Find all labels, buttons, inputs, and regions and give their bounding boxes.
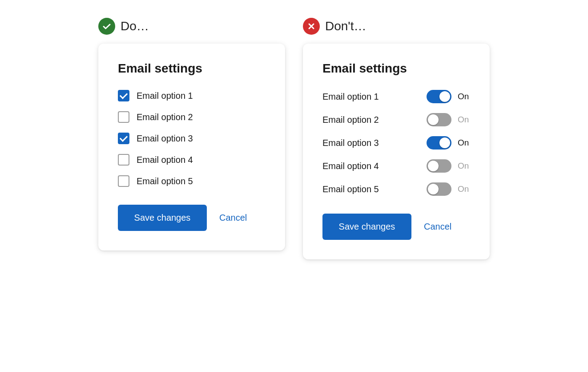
dont-toggle-5[interactable] — [427, 182, 451, 196]
dont-toggle-3[interactable] — [427, 136, 451, 150]
dont-toggle-4-knob — [428, 161, 439, 171]
do-checkbox-2[interactable] — [118, 111, 129, 123]
do-icon — [98, 18, 115, 35]
do-button-row: Save changes Cancel — [118, 205, 266, 231]
dont-toggle-2-right: On — [427, 113, 470, 126]
dont-panel: Don't… Email settings Email option 1 On … — [303, 18, 490, 259]
dont-option-1: Email option 1 On — [322, 90, 470, 103]
do-checkbox-3[interactable] — [118, 133, 129, 144]
dont-option-5-label: Email option 5 — [322, 184, 379, 194]
dont-toggle-2[interactable] — [427, 113, 451, 126]
do-card-title: Email settings — [118, 61, 266, 76]
dont-card: Email settings Email option 1 On Email o… — [303, 44, 490, 259]
dont-toggle-3-knob — [439, 137, 450, 148]
dont-panel-header: Don't… — [303, 18, 366, 35]
dont-toggle-1[interactable] — [427, 90, 451, 103]
do-checkbox-4[interactable] — [118, 154, 129, 166]
do-option-3-label: Email option 3 — [137, 133, 193, 144]
do-option-5: Email option 5 — [118, 175, 266, 187]
do-cancel-button[interactable]: Cancel — [219, 213, 247, 223]
dont-toggle-3-label: On — [458, 138, 470, 148]
dont-toggle-2-knob — [428, 114, 439, 125]
dont-toggle-2-label: On — [458, 115, 470, 125]
dont-toggle-3-right: On — [427, 136, 470, 150]
do-panel-header: Do… — [98, 18, 149, 35]
dont-options-list: Email option 1 On Email option 2 On — [322, 90, 470, 196]
dont-toggle-5-right: On — [427, 182, 470, 196]
do-label: Do… — [121, 19, 149, 33]
do-option-4-label: Email option 4 — [137, 155, 193, 165]
dont-button-row: Save changes Cancel — [322, 214, 470, 240]
do-option-3: Email option 3 — [118, 133, 266, 144]
dont-toggle-5-label: On — [458, 184, 470, 194]
do-checkbox-5[interactable] — [118, 175, 129, 187]
dont-option-3-label: Email option 3 — [322, 138, 379, 148]
dont-toggle-1-label: On — [458, 92, 470, 101]
dont-label: Don't… — [325, 19, 366, 33]
do-panel: Do… Email settings Email option 1 Email … — [98, 18, 285, 251]
do-option-4: Email option 4 — [118, 154, 266, 166]
dont-save-button[interactable]: Save changes — [322, 214, 411, 240]
do-card: Email settings Email option 1 Email opti… — [98, 44, 285, 251]
do-option-2-label: Email option 2 — [137, 112, 193, 122]
dont-option-4-label: Email option 4 — [322, 161, 379, 171]
dont-option-3: Email option 3 On — [322, 136, 470, 150]
dont-option-4: Email option 4 On — [322, 159, 470, 173]
dont-icon — [303, 18, 320, 35]
dont-card-title: Email settings — [322, 61, 470, 76]
dont-toggle-4[interactable] — [427, 159, 451, 173]
dont-toggle-4-right: On — [427, 159, 470, 173]
do-option-2: Email option 2 — [118, 111, 266, 123]
dont-toggle-1-right: On — [427, 90, 470, 103]
dont-option-1-label: Email option 1 — [322, 92, 379, 102]
do-option-1-label: Email option 1 — [137, 91, 193, 101]
dont-cancel-button[interactable]: Cancel — [424, 222, 451, 232]
dont-option-5: Email option 5 On — [322, 182, 470, 196]
do-option-1: Email option 1 — [118, 90, 266, 101]
dont-toggle-5-knob — [428, 184, 439, 194]
dont-option-2-label: Email option 2 — [322, 115, 379, 125]
dont-toggle-4-label: On — [458, 161, 470, 171]
dont-option-2: Email option 2 On — [322, 113, 470, 126]
do-save-button[interactable]: Save changes — [118, 205, 207, 231]
do-options-list: Email option 1 Email option 2 Email opti… — [118, 90, 266, 187]
dont-toggle-1-knob — [439, 91, 450, 102]
do-option-5-label: Email option 5 — [137, 176, 193, 186]
do-checkbox-1[interactable] — [118, 90, 129, 101]
